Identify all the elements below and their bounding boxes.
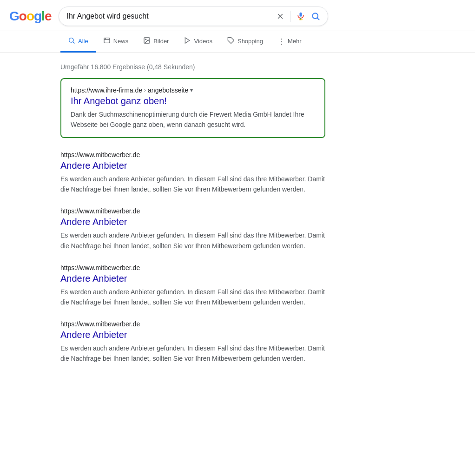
search-icon [311, 12, 320, 21]
nav-tabs: Alle News Bilder Videos Shopping ⋮ Mehr [0, 31, 475, 53]
result-item-2: https://www.mitbewerber.de Andere Anbiet… [60, 264, 325, 307]
featured-url: https://www.ihre-firma.de › angebotsseit… [71, 86, 315, 94]
tab-shopping[interactable]: Shopping [220, 31, 270, 53]
tab-bilder[interactable]: Bilder [136, 31, 176, 53]
search-icons [276, 11, 320, 22]
tab-alle[interactable]: Alle [60, 31, 96, 53]
result-url-3: https://www.mitbewerber.de [60, 320, 325, 328]
search-bar: Ihr Angebot wird gesucht [59, 7, 328, 26]
featured-dropdown-icon[interactable]: ▾ [190, 87, 193, 93]
divider [290, 11, 290, 22]
tab-videos[interactable]: Videos [176, 31, 220, 53]
result-item-0: https://www.mitbewerber.de Andere Anbiet… [60, 151, 325, 194]
search-button[interactable] [311, 12, 320, 21]
result-snippet-0: Es werden auch andere Anbieter gefunden.… [60, 174, 325, 194]
logo-l: l [41, 9, 45, 24]
news-icon [103, 37, 111, 46]
logo-g2: g [34, 9, 41, 24]
result-url-0: https://www.mitbewerber.de [60, 151, 325, 159]
logo-e: e [45, 9, 52, 24]
logo-o1: o [19, 9, 26, 24]
svg-rect-9 [104, 38, 110, 43]
result-snippet-3: Es werden auch andere Anbieter gefunden.… [60, 343, 325, 364]
shopping-icon [227, 37, 235, 46]
svg-point-13 [145, 39, 146, 40]
tab-bilder-label: Bilder [153, 38, 169, 45]
voice-search-button[interactable] [296, 12, 305, 21]
svg-rect-2 [300, 13, 302, 17]
results-container: Umgefähr 16.800 Ergebnisse (0,48 Sekunde… [0, 53, 335, 364]
header: Google Ihr Angebot wird gesucht [0, 0, 475, 31]
tab-alle-label: Alle [78, 38, 88, 45]
result-url-2: https://www.mitbewerber.de [60, 264, 325, 271]
result-item-1: https://www.mitbewerber.de Andere Anbiet… [60, 207, 325, 251]
tab-videos-label: Videos [194, 38, 212, 45]
logo-g1: G [9, 9, 19, 24]
result-snippet-1: Es werden auch andere Anbieter gefunden.… [60, 230, 325, 251]
svg-marker-14 [185, 38, 190, 43]
search-input[interactable]: Ihr Angebot wird gesucht [66, 12, 276, 20]
tab-news[interactable]: News [96, 31, 136, 53]
result-title-0[interactable]: Andere Anbieter [60, 160, 325, 171]
result-title-3[interactable]: Andere Anbieter [60, 330, 325, 340]
featured-result: https://www.ihre-firma.de › angebotsseit… [60, 78, 325, 138]
svg-line-6 [317, 18, 319, 20]
result-title-1[interactable]: Andere Anbieter [60, 217, 325, 227]
featured-breadcrumb: › [144, 87, 146, 93]
alle-icon [68, 37, 75, 46]
tab-mehr-label: Mehr [288, 38, 302, 45]
videos-icon [184, 37, 191, 46]
microphone-icon [296, 12, 305, 21]
logo-o2: o [26, 9, 34, 24]
clear-icon [276, 12, 284, 20]
featured-snippet: Dank der Suchmaschinenoptimierung durch … [71, 109, 315, 130]
svg-line-8 [73, 42, 74, 43]
google-logo[interactable]: Google [9, 9, 51, 24]
tab-shopping-label: Shopping [238, 38, 263, 45]
featured-path: angebotsseite [148, 86, 188, 94]
result-item-3: https://www.mitbewerber.de Andere Anbiet… [60, 320, 325, 364]
tab-mehr[interactable]: ⋮ Mehr [270, 32, 309, 53]
tab-news-label: News [113, 38, 129, 45]
mehr-icon: ⋮ [278, 37, 285, 46]
result-snippet-2: Es werden auch andere Anbieter gefunden.… [60, 287, 325, 307]
results-stats: Umgefähr 16.800 Ergebnisse (0,48 Sekunde… [60, 63, 325, 71]
featured-domain: https://www.ihre-firma.de [71, 86, 142, 94]
clear-button[interactable] [276, 12, 284, 20]
result-url-1: https://www.mitbewerber.de [60, 207, 325, 215]
result-title-2[interactable]: Andere Anbieter [60, 273, 325, 284]
bilder-icon [143, 37, 151, 46]
featured-title[interactable]: Ihr Angebot ganz oben! [71, 96, 315, 106]
